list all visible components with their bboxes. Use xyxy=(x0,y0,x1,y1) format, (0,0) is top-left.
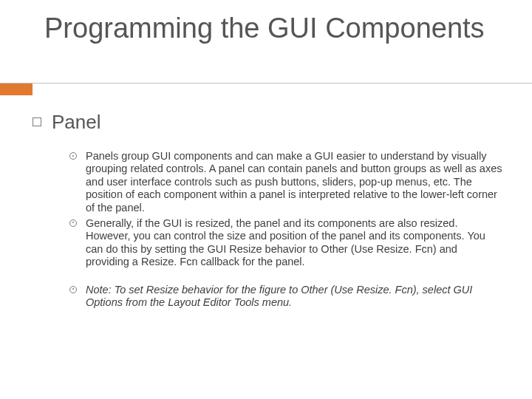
section: Panel Panels group GUI components and ca… xyxy=(33,111,502,312)
dot-bullet-icon xyxy=(69,286,77,293)
dot-bullet-icon xyxy=(69,152,77,160)
slide: Programming the GUI Components Panel Pan… xyxy=(0,0,532,399)
list-item: Generally, if the GUI is resized, the pa… xyxy=(69,217,502,269)
section-heading: Panel xyxy=(52,111,101,134)
bullet-list: Panels group GUI components and can make… xyxy=(33,150,502,309)
bullet-text-note: Note: To set Resize behavior for the fig… xyxy=(86,284,502,310)
section-heading-row: Panel xyxy=(33,111,502,134)
bullet-text: Generally, if the GUI is resized, the pa… xyxy=(86,217,502,269)
bullet-text: Panels group GUI components and can make… xyxy=(86,150,502,214)
dot-bullet-icon xyxy=(69,219,77,227)
list-item: Note: To set Resize behavior for the fig… xyxy=(69,284,502,310)
slide-title: Programming the GUI Components xyxy=(44,13,485,44)
list-item: Panels group GUI components and can make… xyxy=(69,150,502,214)
accent-box xyxy=(0,83,33,95)
title-rule xyxy=(0,83,532,83)
square-bullet-icon xyxy=(33,117,41,126)
